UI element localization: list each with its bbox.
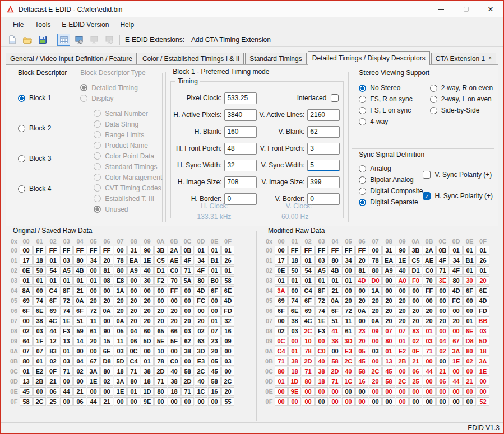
hex-cell[interactable]: 4B xyxy=(329,266,341,275)
hex-cell[interactable]: 00 xyxy=(288,337,301,346)
hex-cell[interactable]: FF xyxy=(423,286,436,295)
hex-cell[interactable]: E3 xyxy=(342,347,355,356)
hex-cell[interactable]: 67 xyxy=(87,357,100,366)
hex-cell[interactable]: 5D xyxy=(141,337,154,346)
hex-cell[interactable]: 01 xyxy=(302,276,315,285)
hex-cell[interactable]: 71 xyxy=(127,367,140,376)
hex-cell[interactable]: 34 xyxy=(195,256,207,265)
hex-cell[interactable]: 74 xyxy=(315,306,328,315)
hex-cell[interactable]: 20 xyxy=(477,276,489,285)
hex-cell[interactable]: 01 xyxy=(463,246,476,255)
hex-cell[interactable]: 2C xyxy=(369,367,382,376)
hex-cell[interactable]: 00 xyxy=(450,367,463,376)
hex-cell[interactable]: 00 xyxy=(342,266,355,275)
hex-cell[interactable]: 6F xyxy=(20,306,33,315)
hex-cell[interactable]: 07 xyxy=(396,326,409,335)
hex-cell[interactable]: 16 xyxy=(355,377,368,386)
hex-cell[interactable]: 63 xyxy=(195,337,207,346)
hex-cell[interactable]: 01 xyxy=(47,256,59,265)
hex-cell[interactable]: 3A xyxy=(114,377,127,386)
hex-cell[interactable]: 40 xyxy=(141,266,154,275)
hex-cell[interactable]: 20 xyxy=(154,316,167,325)
hex-cell[interactable]: 09 xyxy=(221,337,234,346)
hex-cell[interactable]: 04 xyxy=(73,357,86,366)
hex-cell[interactable]: F3 xyxy=(60,326,73,335)
hex-cell[interactable]: 00 xyxy=(275,246,288,255)
hex-cell[interactable]: 25 xyxy=(409,377,422,386)
hex-cell[interactable]: 2A xyxy=(423,246,436,255)
hex-cell[interactable]: 00 xyxy=(181,397,194,406)
hex-cell[interactable]: 3D xyxy=(342,337,355,346)
hex-cell[interactable]: 69 xyxy=(47,306,59,315)
hex-cell[interactable]: 71 xyxy=(60,367,73,376)
hex-cell[interactable]: 07 xyxy=(382,326,395,335)
hex-cell[interactable]: 72 xyxy=(342,306,355,315)
hex-cell[interactable]: 00 xyxy=(20,316,33,325)
radio-no-stereo[interactable]: No Stereo xyxy=(352,82,423,94)
hex-cell[interactable]: 32 xyxy=(221,316,234,325)
hex-cell[interactable]: C0 xyxy=(168,266,181,275)
hex-cell[interactable]: 00 xyxy=(382,387,395,396)
radio-2-way-r-on-even[interactable]: 2-way, R on even xyxy=(423,82,494,94)
tab-detailed-timings-display-descriptors[interactable]: Detailed Timings / Display Descriptors xyxy=(308,51,430,65)
hex-cell[interactable]: 00 xyxy=(423,397,436,406)
hex-cell[interactable]: 54 xyxy=(302,266,315,275)
hex-cell[interactable]: 6E xyxy=(221,286,234,295)
hex-cell[interactable]: 50 xyxy=(288,266,301,275)
hex-cell[interactable]: 20 xyxy=(409,316,422,325)
hex-cell[interactable]: 03 xyxy=(33,326,46,335)
hex-cell[interactable]: 20 xyxy=(396,306,409,315)
hex-cell[interactable]: 67 xyxy=(450,337,463,346)
hex-cell[interactable]: 8F xyxy=(315,286,328,295)
hex-cell[interactable]: 00 xyxy=(342,397,355,406)
hex-cell[interactable]: 34 xyxy=(87,256,100,265)
hex-cell[interactable]: 20 xyxy=(342,296,355,305)
save-button[interactable] xyxy=(36,34,49,46)
hex-cell[interactable]: 00 xyxy=(369,246,382,255)
hex-cell[interactable]: 80 xyxy=(100,367,113,376)
hex-cell[interactable]: FF xyxy=(288,246,301,255)
hex-cell[interactable]: 1F xyxy=(33,337,46,346)
hex-cell[interactable]: 18 xyxy=(114,367,127,376)
hex-cell[interactable]: 72 xyxy=(315,296,328,305)
field-input-v-blank[interactable]: 62 xyxy=(307,126,340,138)
hex-cell[interactable]: 80 xyxy=(114,266,127,275)
hex-cell[interactable]: 00 xyxy=(477,377,489,386)
hex-cell[interactable]: 50 xyxy=(33,266,46,275)
hex-cell[interactable]: 31 xyxy=(127,246,140,255)
hex-cell[interactable]: 01 xyxy=(208,316,221,325)
hex-cell[interactable]: 00 xyxy=(436,306,449,315)
hex-cell[interactable]: 78 xyxy=(114,256,127,265)
hex-cell[interactable]: 4D xyxy=(355,276,368,285)
hex-cell[interactable]: 20 xyxy=(382,296,395,305)
hex-cell[interactable]: 00 xyxy=(114,397,127,406)
hex-cell[interactable]: 10 xyxy=(302,337,315,346)
hex-cell[interactable]: 00 xyxy=(355,387,368,396)
hex-cell[interactable]: 1E xyxy=(87,377,100,386)
hex-cell[interactable]: 0A xyxy=(100,306,113,315)
hex-cell[interactable]: 00 xyxy=(436,296,449,305)
hex-cell[interactable]: 18 xyxy=(168,387,181,396)
hex-cell[interactable]: 05 xyxy=(355,347,368,356)
hex-cell[interactable]: 59 xyxy=(73,326,86,335)
menu-help[interactable]: Help xyxy=(115,18,139,31)
hex-cell[interactable]: E2 xyxy=(396,347,409,356)
tab-standard-timings[interactable]: Standard Timings xyxy=(245,53,306,64)
hex-cell[interactable]: 20 xyxy=(100,256,113,265)
hex-cell[interactable]: 6F xyxy=(73,306,86,315)
hex-cell[interactable]: 60 xyxy=(141,326,154,335)
hex-cell[interactable]: 07 xyxy=(20,347,33,356)
hex-cell[interactable]: 00 xyxy=(20,246,33,255)
hex-cell[interactable]: 6E xyxy=(463,326,476,335)
hex-cell[interactable]: 2C xyxy=(396,377,409,386)
hex-cell[interactable]: 01 xyxy=(208,246,221,255)
hex-cell[interactable]: 01 xyxy=(423,326,436,335)
hex-cell[interactable]: 40 xyxy=(168,367,181,376)
hex-cell[interactable]: 20 xyxy=(423,306,436,315)
hex-cell[interactable]: 80 xyxy=(195,276,207,285)
hex-cell[interactable]: B1 xyxy=(463,256,476,265)
hex-cell[interactable]: FC xyxy=(195,296,207,305)
new-file-button[interactable] xyxy=(6,34,19,46)
hex-cell[interactable]: 10 xyxy=(154,347,167,356)
hex-cell[interactable]: 71 xyxy=(302,367,315,376)
